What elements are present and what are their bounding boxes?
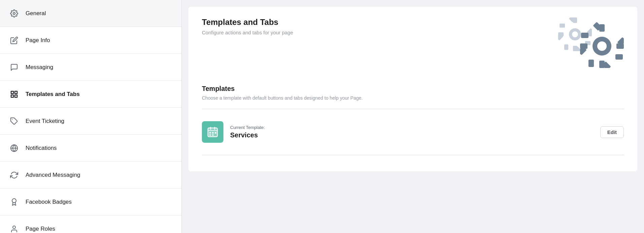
gear-large-icon	[580, 21, 624, 68]
svg-point-11	[572, 31, 578, 37]
calendar-icon	[207, 126, 219, 138]
svg-rect-34	[581, 33, 588, 38]
sidebar-item-templates-tabs[interactable]: Templates and Tabs	[0, 81, 181, 108]
section-subtitle: Choose a template with default buttons a…	[202, 95, 624, 101]
tag-icon	[8, 115, 20, 127]
svg-point-0	[13, 12, 15, 14]
sidebar-item-label-event-ticketing: Event Ticketing	[26, 118, 64, 125]
svg-rect-19	[564, 44, 568, 50]
svg-rect-45	[212, 134, 214, 136]
edit-button[interactable]: Edit	[600, 126, 624, 138]
globe-icon	[8, 142, 20, 154]
svg-rect-43	[215, 132, 216, 134]
svg-rect-21	[560, 24, 565, 28]
template-icon	[202, 121, 223, 143]
sidebar-item-label-general: General	[26, 10, 46, 17]
sidebar-item-page-info[interactable]: Page Info	[0, 27, 181, 54]
sidebar-item-page-roles[interactable]: Page Roles	[0, 215, 181, 233]
header-text: Templates and Tabs Configure actions and…	[202, 18, 293, 35]
sidebar-item-label-templates-tabs: Templates and Tabs	[26, 91, 80, 98]
sidebar-item-label-advanced-messaging: Advanced Messaging	[26, 172, 80, 178]
sidebar-item-facebook-badges[interactable]: Facebook Badges	[0, 189, 181, 215]
svg-rect-32	[588, 60, 594, 67]
svg-rect-4	[15, 95, 17, 97]
sidebar-item-label-facebook-badges: Facebook Badges	[26, 199, 72, 205]
divider-bottom	[202, 155, 624, 155]
sidebar-item-label-page-roles: Page Roles	[26, 226, 55, 232]
svg-rect-3	[11, 95, 13, 97]
sidebar: General Page Info Messaging Temp	[0, 0, 182, 233]
svg-rect-44	[209, 134, 211, 136]
template-row: Current Template: Services Edit	[202, 114, 624, 149]
svg-point-9	[13, 226, 15, 229]
main-content: Templates and Tabs Configure actions and…	[182, 0, 644, 233]
gears-decoration	[563, 18, 624, 71]
svg-rect-42	[212, 132, 214, 134]
template-label: Current Template:	[230, 125, 600, 130]
templates-section: Templates Choose a template with default…	[202, 85, 624, 155]
pencil-icon	[8, 34, 20, 46]
template-name: Services	[230, 131, 600, 139]
grid-icon	[8, 88, 20, 100]
svg-point-24	[597, 41, 607, 51]
person-icon	[8, 223, 20, 233]
svg-rect-30	[615, 54, 623, 60]
main-card: Templates and Tabs Configure actions and…	[188, 7, 637, 171]
sidebar-item-label-notifications: Notifications	[26, 145, 57, 152]
template-info: Current Template: Services	[230, 125, 600, 139]
sidebar-item-label-messaging: Messaging	[26, 64, 53, 71]
svg-rect-41	[209, 132, 211, 134]
refresh-icon	[8, 169, 20, 181]
svg-rect-38	[208, 130, 217, 131]
svg-rect-2	[15, 91, 17, 94]
divider-top	[202, 109, 624, 109]
page-header: Templates and Tabs Configure actions and…	[202, 18, 624, 71]
sidebar-item-messaging[interactable]: Messaging	[0, 54, 181, 81]
sidebar-item-notifications[interactable]: Notifications	[0, 135, 181, 162]
page-subtitle: Configure actions and tabs for your page	[202, 30, 293, 35]
gear-icon	[8, 7, 20, 20]
svg-rect-1	[11, 91, 13, 94]
page-title: Templates and Tabs	[202, 18, 293, 27]
section-title: Templates	[202, 85, 624, 93]
sidebar-item-event-ticketing[interactable]: Event Ticketing	[0, 108, 181, 135]
badge-icon	[8, 196, 20, 208]
sidebar-item-general[interactable]: General	[0, 0, 181, 27]
sidebar-item-advanced-messaging[interactable]: Advanced Messaging	[0, 162, 181, 189]
sidebar-item-label-page-info: Page Info	[26, 37, 50, 44]
chat-icon	[8, 61, 20, 73]
